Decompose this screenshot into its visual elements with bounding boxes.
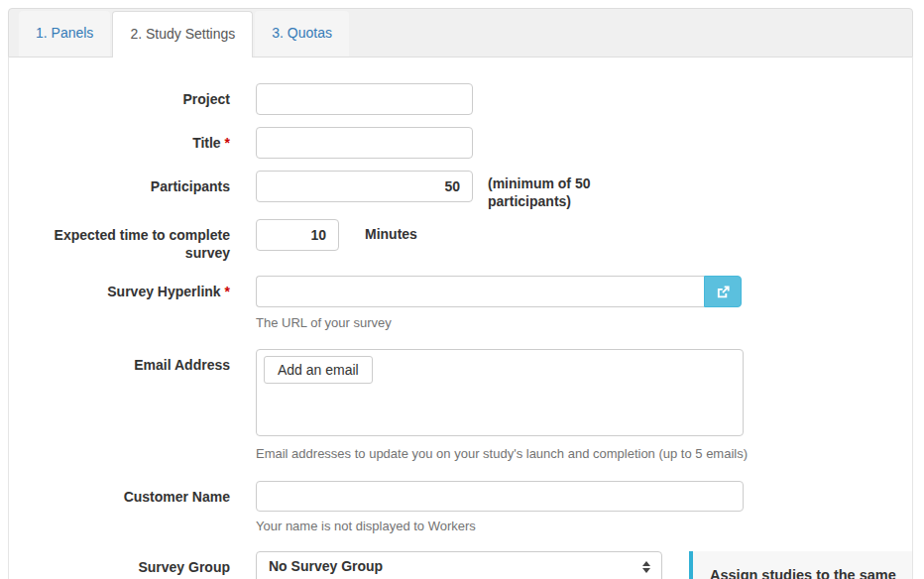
tab-study-settings[interactable]: 2. Study Settings: [112, 11, 253, 58]
study-settings-form: Project Title * Participants (minimum of…: [8, 58, 913, 579]
email-list-box[interactable]: Add an email: [256, 349, 744, 436]
project-input[interactable]: [256, 83, 473, 115]
participants-input[interactable]: [256, 171, 473, 202]
survey-group-info-callout: Assign studies to the same: [689, 551, 912, 579]
customer-name-label: Customer Name: [9, 481, 230, 506]
expected-time-row: Expected time to complete survey Minutes: [9, 219, 912, 262]
survey-group-selected-value: No Survey Group: [269, 558, 383, 574]
select-stepper-icon: [642, 561, 650, 573]
title-row: Title *: [9, 127, 912, 159]
email-address-label: Email Address: [9, 349, 230, 374]
tab-panels[interactable]: 1. Panels: [19, 11, 110, 57]
survey-hyperlink-help: The URL of your survey: [256, 315, 742, 330]
callout-title: Assign studies to the same: [710, 566, 900, 579]
survey-hyperlink-row: Survey Hyperlink * The URL of: [9, 276, 912, 330]
customer-name-input[interactable]: [256, 481, 744, 512]
project-label: Project: [9, 83, 230, 108]
add-email-button[interactable]: Add an email: [264, 356, 373, 384]
tab-quotas[interactable]: 3. Quotas: [255, 11, 349, 57]
survey-hyperlink-label-text: Survey Hyperlink: [107, 284, 220, 299]
required-asterisk: *: [225, 284, 230, 299]
participants-minimum-note: (minimum of 50 participants): [488, 171, 636, 210]
minutes-unit-label: Minutes: [365, 219, 417, 242]
expected-time-label: Expected time to complete survey: [9, 219, 230, 262]
study-setup-wizard: 1. Panels 2. Study Settings 3. Quotas Pr…: [8, 8, 913, 579]
survey-hyperlink-input[interactable]: [256, 276, 704, 307]
email-address-help: Email addresses to update you on your st…: [256, 446, 748, 461]
external-link-icon: [716, 285, 731, 299]
title-label: Title *: [9, 127, 230, 152]
customer-name-help: Your name is not displayed to Workers: [256, 519, 744, 533]
project-row: Project: [9, 83, 912, 115]
customer-name-row: Customer Name Your name is not displayed…: [9, 481, 912, 533]
survey-group-select[interactable]: No Survey Group: [256, 551, 662, 579]
required-asterisk: *: [225, 135, 230, 151]
survey-group-row: Survey Group No Survey Group Assign stud…: [9, 551, 912, 579]
email-address-row: Email Address Add an email Email address…: [9, 349, 912, 461]
survey-hyperlink-label: Survey Hyperlink *: [9, 276, 230, 300]
participants-label: Participants: [9, 171, 230, 195]
open-survey-link-button[interactable]: [704, 276, 742, 307]
title-label-text: Title: [192, 135, 221, 151]
wizard-tab-bar: 1. Panels 2. Study Settings 3. Quotas: [8, 8, 913, 58]
participants-row: Participants (minimum of 50 participants…: [9, 171, 912, 210]
expected-time-input[interactable]: [256, 219, 339, 251]
title-input[interactable]: [256, 127, 473, 159]
survey-group-label: Survey Group: [9, 551, 230, 576]
